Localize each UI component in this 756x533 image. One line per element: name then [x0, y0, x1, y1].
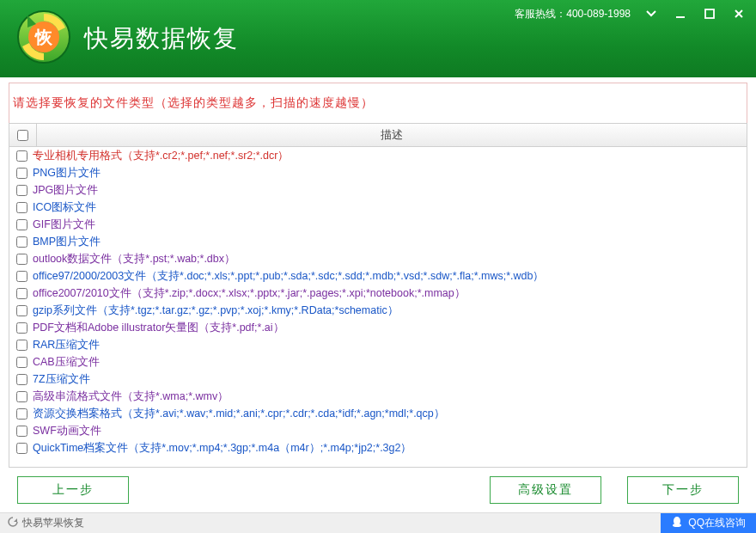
- status-bar: 快易苹果恢复 QQ在线咨询: [0, 512, 756, 533]
- top-controls: 客服热线：400-089-1998: [515, 5, 747, 22]
- close-button[interactable]: [730, 5, 747, 22]
- svg-text:恢: 恢: [34, 28, 53, 46]
- row-label: BMP图片文件: [33, 235, 101, 249]
- row-checkbox[interactable]: [16, 426, 27, 437]
- row-label: ICO图标文件: [33, 200, 96, 215]
- advanced-settings-button[interactable]: 高级设置: [490, 476, 601, 504]
- row-label: outlook数据文件（支持*.pst;*.wab;*.dbx）: [33, 252, 235, 266]
- row-label: JPG图片文件: [33, 183, 98, 198]
- column-header-description: 描述: [37, 127, 747, 143]
- row-checkbox[interactable]: [16, 408, 27, 420]
- svg-rect-0: [676, 16, 685, 18]
- minimize-button[interactable]: [672, 5, 689, 22]
- table-row[interactable]: office97/2000/2003文件（支持*.doc;*.xls;*.ppt…: [9, 267, 747, 285]
- row-label: gzip系列文件（支持*.tgz;*.tar.gz;*.gz;*.pvp;*.x…: [33, 303, 399, 318]
- footer-buttons: 上一步 高级设置 下一步: [9, 468, 747, 512]
- svg-point-6: [673, 524, 681, 527]
- row-label: SWF动画文件: [33, 424, 101, 438]
- row-label: CAB压缩文件: [33, 355, 100, 370]
- table-row[interactable]: PDF文档和Adobe illustrator矢量图（支持*.pdf;*.ai）: [9, 319, 747, 336]
- next-button[interactable]: 下一步: [627, 476, 739, 504]
- file-type-list-wrap: 专业相机专用格式（支持*.cr2;*.pef;*.nef;*.sr2;*.dcr…: [9, 147, 747, 468]
- table-row[interactable]: PNG图片文件: [9, 164, 747, 181]
- row-checkbox[interactable]: [16, 374, 27, 385]
- main-body: 请选择要恢复的文件类型（选择的类型越多，扫描的速度越慢） 描述 专业相机专用格式…: [0, 77, 756, 512]
- row-checkbox[interactable]: [16, 150, 27, 162]
- table-row[interactable]: 专业相机专用格式（支持*.cr2;*.pef;*.nef;*.sr2;*.dcr…: [9, 147, 747, 164]
- app-window: 客服热线：400-089-1998: [0, 0, 756, 533]
- row-checkbox[interactable]: [16, 305, 27, 316]
- row-checkbox[interactable]: [16, 236, 27, 248]
- logo-wrap: 恢 快易数据恢复: [15, 9, 239, 69]
- status-left[interactable]: 快易苹果恢复: [7, 516, 84, 530]
- qq-consult-label: QQ在线咨询: [688, 516, 746, 530]
- select-all-cell: [9, 124, 37, 146]
- row-checkbox[interactable]: [16, 271, 27, 282]
- row-label: RAR压缩文件: [33, 338, 100, 352]
- row-label: 7Z压缩文件: [33, 372, 90, 387]
- table-row[interactable]: SWF动画文件: [9, 422, 747, 439]
- table-row[interactable]: GIF图片文件: [9, 216, 747, 233]
- qq-consult-button[interactable]: QQ在线咨询: [661, 513, 756, 534]
- row-label: 专业相机专用格式（支持*.cr2;*.pef;*.nef;*.sr2;*.dcr…: [33, 149, 289, 163]
- row-label: 资源交换档案格式（支持*.avi;*.wav;*.mid;*.ani;*.cpr…: [33, 407, 445, 421]
- row-checkbox[interactable]: [16, 391, 27, 402]
- app-header: 客服热线：400-089-1998: [0, 0, 756, 77]
- row-checkbox[interactable]: [16, 219, 27, 230]
- file-type-list[interactable]: 专业相机专用格式（支持*.cr2;*.pef;*.nef;*.sr2;*.dcr…: [9, 147, 747, 467]
- row-label: QuickTime档案文件（支持*.mov;*.mp4;*.3gp;*.m4a（…: [33, 441, 412, 456]
- select-all-checkbox[interactable]: [17, 130, 28, 141]
- row-label: 高级串流格式文件（支持*.wma;*.wmv）: [33, 389, 229, 404]
- table-row[interactable]: 7Z压缩文件: [9, 371, 747, 388]
- table-row[interactable]: CAB压缩文件: [9, 353, 747, 371]
- row-checkbox[interactable]: [16, 185, 27, 196]
- dropdown-button[interactable]: [643, 5, 660, 22]
- table-row[interactable]: QuickTime档案文件（支持*.mov;*.mp4;*.3gp;*.m4a（…: [9, 439, 747, 456]
- row-checkbox[interactable]: [16, 202, 27, 213]
- table-row[interactable]: office2007/2010文件（支持*.zip;*.docx;*.xlsx;…: [9, 285, 747, 302]
- refresh-icon: [7, 516, 19, 530]
- row-checkbox[interactable]: [16, 288, 27, 299]
- row-label: PDF文档和Adobe illustrator矢量图（支持*.pdf;*.ai）: [33, 321, 284, 335]
- qq-icon: [671, 516, 683, 530]
- row-label: PNG图片文件: [33, 166, 101, 181]
- row-checkbox[interactable]: [16, 443, 27, 454]
- table-row[interactable]: gzip系列文件（支持*.tgz;*.tar.gz;*.gz;*.pvp;*.x…: [9, 302, 747, 319]
- table-row[interactable]: 资源交换档案格式（支持*.avi;*.wav;*.mid;*.ani;*.cpr…: [9, 405, 747, 422]
- table-header: 描述: [9, 123, 747, 147]
- row-checkbox[interactable]: [16, 340, 27, 351]
- table-row[interactable]: RAR压缩文件: [9, 336, 747, 353]
- prev-button[interactable]: 上一步: [17, 476, 129, 504]
- row-checkbox[interactable]: [16, 322, 27, 334]
- row-label: office97/2000/2003文件（支持*.doc;*.xls;*.ppt…: [33, 269, 544, 284]
- svg-rect-1: [705, 9, 714, 18]
- row-label: office2007/2010文件（支持*.zip;*.docx;*.xlsx;…: [33, 286, 466, 301]
- row-checkbox[interactable]: [16, 254, 27, 265]
- table-row[interactable]: outlook数据文件（支持*.pst;*.wab;*.dbx）: [9, 250, 747, 267]
- apple-recover-link: 快易苹果恢复: [22, 516, 84, 530]
- app-title: 快易数据恢复: [84, 22, 239, 55]
- table-row[interactable]: ICO图标文件: [9, 199, 747, 216]
- maximize-button[interactable]: [701, 5, 718, 22]
- row-label: GIF图片文件: [33, 217, 95, 232]
- row-checkbox[interactable]: [16, 168, 27, 179]
- table-row[interactable]: BMP图片文件: [9, 233, 747, 250]
- table-row[interactable]: 高级串流格式文件（支持*.wma;*.wmv）: [9, 388, 747, 405]
- hotline-label: 客服热线：400-089-1998: [515, 7, 631, 21]
- table-row[interactable]: JPG图片文件: [9, 181, 747, 199]
- instruction-text: 请选择要恢复的文件类型（选择的类型越多，扫描的速度越慢）: [9, 83, 747, 123]
- app-logo-icon: 恢: [15, 9, 72, 69]
- row-checkbox[interactable]: [16, 357, 27, 368]
